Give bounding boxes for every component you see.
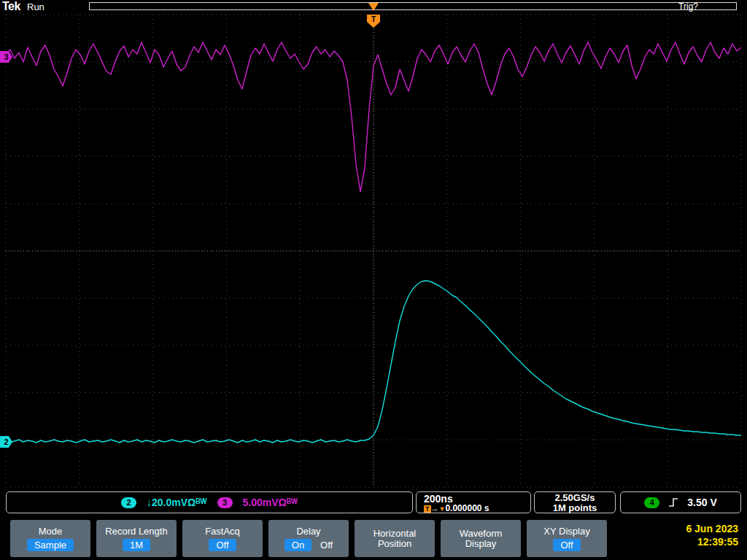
menu-button-fastacq-title: FastAcq — [205, 526, 240, 537]
menu-button-mode[interactable]: Mode Sample — [10, 520, 90, 557]
menu-button-waveform-display-title: Waveform Display — [445, 529, 516, 549]
horizontal-position-bar: Trig? — [89, 2, 737, 10]
menu-button-delay-off: Off — [320, 540, 333, 551]
menu-button-record-length-title: Record Length — [105, 526, 167, 537]
menu-button-horizontal-position-title: Horizontal Position — [359, 529, 430, 549]
ch3-badge: 3 — [217, 497, 233, 508]
menu-button-delay[interactable]: Delay On Off — [268, 520, 349, 557]
tek-logo: Tek — [2, 0, 20, 13]
trigger-readout-box[interactable]: 4 3.50 V — [620, 491, 741, 513]
delay-readout: T→▼0.000000 s — [424, 504, 530, 514]
menu-button-delay-title: Delay — [296, 526, 320, 537]
menu-button-waveform-display[interactable]: Waveform Display — [441, 520, 521, 557]
menu-button-fastacq-value: Off — [209, 539, 236, 551]
sample-rate-value: 2.50GS/s — [535, 493, 615, 503]
timebase-value: 200ns — [424, 494, 530, 504]
arrow-right-icon: → — [431, 504, 439, 513]
ch2-scale-readout: ↓20.0mVΩᴮᵂ — [147, 497, 207, 508]
delay-position-marker-icon[interactable] — [368, 3, 379, 11]
datetime-display: 6 Jun 2023 12:39:55 — [686, 522, 738, 548]
acquisition-readout-box[interactable]: 2.50GS/s 1M points — [534, 491, 616, 513]
record-length-value: 1M points — [535, 503, 615, 513]
time-value: 12:39:55 — [686, 535, 738, 548]
menu-button-mode-title: Mode — [39, 526, 63, 537]
trigger-slope-rising-icon — [668, 497, 678, 508]
trigger-status-label: Trig? — [678, 1, 698, 12]
horizontal-readout-box[interactable]: 200ns T→▼0.000000 s — [416, 491, 531, 513]
menu-button-xy-display-value: Off — [553, 539, 580, 551]
ch3-scale-readout: 5.00mVΩᴮᵂ — [243, 497, 298, 508]
graticule-grid — [6, 15, 741, 487]
delay-value: 0.000000 s — [445, 503, 489, 513]
trigger-t-icon: T — [424, 505, 431, 513]
menu-button-xy-display-title: XY Display — [543, 526, 589, 537]
menu-button-delay-on: On — [285, 539, 311, 551]
top-status-bar: Tek Run Trig? — [0, 0, 747, 13]
channel-readout-box[interactable]: 2 ↓20.0mVΩᴮᵂ 3 5.00mVΩᴮᵂ — [6, 491, 413, 513]
menu-button-mode-value: Sample — [27, 539, 74, 551]
ch2-badge: 2 — [121, 497, 136, 508]
menu-button-record-length-value: 1M — [123, 539, 150, 551]
acquisition-status: Run — [27, 1, 44, 12]
menu-button-fastacq[interactable]: FastAcq Off — [182, 520, 263, 557]
oscilloscope-screen: Tek Run Trig? T 3 2 2 ↓20.0mVΩᴮᵂ 3 5.00m… — [0, 0, 747, 560]
trigger-source-badge: 4 — [644, 497, 659, 508]
date-value: 6 Jun 2023 — [686, 522, 738, 535]
bottom-menu-bar: Mode Sample Record Length 1M FastAcq Off… — [0, 518, 747, 560]
trigger-level-value: 3.50 V — [687, 497, 716, 508]
menu-button-record-length[interactable]: Record Length 1M — [96, 520, 177, 557]
scope-display — [0, 0, 747, 510]
menu-button-horizontal-position[interactable]: Horizontal Position — [355, 520, 435, 557]
menu-button-xy-display[interactable]: XY Display Off — [527, 520, 607, 557]
